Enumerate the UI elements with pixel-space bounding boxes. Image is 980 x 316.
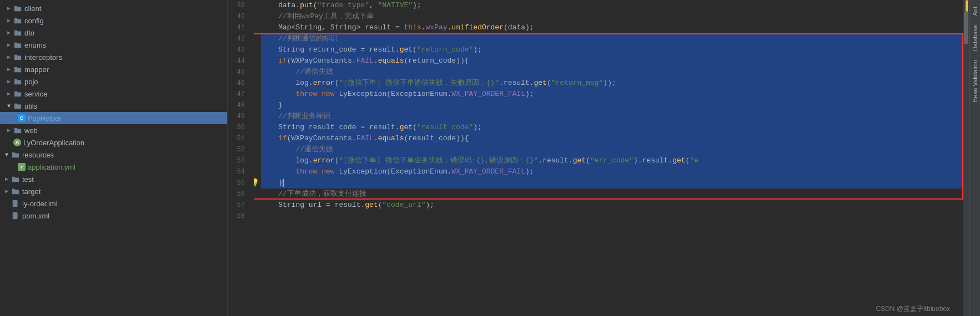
folder-icon [13, 77, 22, 86]
arrow-icon: ▼ [4, 101, 13, 110]
code-line-45: //通信失败 [261, 67, 963, 78]
folder-icon [13, 53, 22, 62]
svg-rect-0 [13, 200, 18, 207]
code-line-46: log.error("[微信下单] 微信下单通信失败，失败原因：{}".resu… [261, 78, 963, 89]
code-line-40: //利用wxPay工具，完成下单 [261, 11, 963, 22]
arrow-icon: ▶ [2, 175, 11, 184]
arrow-icon: ▶ [4, 53, 13, 62]
code-lines[interactable]: data.put("trade_type", "NATIVE"); //利用wx… [254, 0, 963, 316]
sidebar-item-label: mapper [24, 65, 49, 74]
folder-icon [11, 150, 20, 159]
line-numbers: 39 40 41 42 43 44 45 46 47 48 49 50 51 5… [228, 0, 254, 316]
code-line-55: 💡 } [261, 177, 963, 188]
sidebar-item-label: pom.xml [22, 212, 49, 220]
sidebar-item-label: resources [22, 151, 54, 159]
sidebar-item-label: utils [24, 102, 37, 110]
file-icon [11, 199, 20, 208]
code-line-49: //判断业务标识 [261, 111, 963, 122]
tab-bean-validation[interactable]: Bean Validation [971, 55, 979, 106]
file-icon [11, 211, 20, 220]
folder-icon [13, 101, 22, 110]
arrow-icon: ▶ [4, 28, 13, 37]
code-editor: 39 40 41 42 43 44 45 46 47 48 49 50 51 5… [228, 0, 980, 316]
code-line-58 [261, 211, 963, 222]
arrow-icon: ▶ [4, 65, 13, 74]
watermark: CSDN @蓝盒子itbluebox [876, 304, 950, 314]
sidebar-item-web[interactable]: ▶ web [0, 124, 227, 136]
folder-icon [13, 126, 22, 135]
sidebar-item-label: service [24, 90, 47, 98]
sidebar-item-config[interactable]: ▶ config [0, 14, 227, 27]
code-line-50: String result_code = result.get("result_… [261, 122, 963, 133]
code-line-39: data.put("trade_type", "NATIVE"); [261, 0, 963, 11]
arrow-icon: ▶ [4, 4, 13, 13]
arrow-icon: ▶ [4, 126, 13, 135]
tab-database[interactable]: Database [971, 21, 979, 55]
code-line-51: if(WXPayConstants.FAIL.equals(result_cod… [261, 133, 963, 144]
sidebar-item-test[interactable]: ▶ test [0, 173, 227, 185]
app-badge: A [13, 139, 21, 146]
code-area[interactable]: 39 40 41 42 43 44 45 46 47 48 49 50 51 5… [228, 0, 980, 316]
code-line-53: log.error("[微信下单] 微信下单业务失败，错误码:{},错误原因：{… [261, 155, 963, 166]
sidebar-item-label: enums [24, 41, 46, 49]
code-line-57: String url = result.get("code_url"); [261, 200, 963, 211]
code-line-42: //判断通信的标识 [261, 33, 963, 44]
right-tab-panel: Ant Database Bean Validation [969, 0, 980, 316]
sidebar-item-label: application.yml [28, 163, 76, 171]
arrow-icon: ▶ [2, 187, 11, 196]
code-line-52: //通信失败 [261, 144, 963, 155]
tab-ant[interactable]: Ant [971, 2, 979, 21]
folder-icon [13, 28, 22, 37]
sidebar-item-interceptors[interactable]: ▶ interceptors [0, 51, 227, 63]
scrollbar-thumb[interactable] [964, 11, 968, 44]
sidebar-item-label: ly-order.iml [22, 200, 58, 208]
sidebar-item-payhelper[interactable]: C PayHelper [0, 112, 227, 124]
sidebar-item-label: LyOrderApplication [23, 139, 84, 147]
sidebar-item-label: dto [24, 29, 34, 37]
sidebar-item-label: pojo [24, 78, 38, 86]
folder-icon [13, 16, 22, 25]
sidebar-item-label: test [22, 175, 34, 184]
lightbulb-icon: 💡 [254, 177, 259, 188]
sidebar-item-enums[interactable]: ▶ enums [0, 39, 227, 51]
sidebar-item-client[interactable]: ▶ client [0, 2, 227, 14]
class-badge: C [18, 114, 26, 122]
sidebar-item-pom-xml[interactable]: ▶ pom.xml [0, 210, 227, 222]
code-line-48: } [261, 100, 963, 111]
folder-icon [13, 40, 22, 49]
sidebar-item-label: client [24, 4, 41, 13]
scrollbar[interactable] [963, 0, 969, 316]
folder-icon [11, 187, 20, 196]
sidebar-item-label: config [24, 17, 44, 25]
sidebar-item-mapper[interactable]: ▶ mapper [0, 63, 227, 75]
yaml-badge: Y [18, 163, 26, 171]
sidebar-item-pojo[interactable]: ▶ pojo [0, 75, 227, 88]
arrow-icon: ▶ [4, 77, 13, 86]
sidebar-item-label: PayHelper [28, 114, 62, 123]
arrow-icon: ▶ [4, 40, 13, 49]
sidebar-item-ly-order-iml[interactable]: ▶ ly-order.iml [0, 197, 227, 210]
file-tree: ▶ client ▶ config ▶ dto ▶ enums ▶ interc… [0, 0, 228, 316]
sidebar-item-service[interactable]: ▶ service [0, 88, 227, 100]
folder-icon [13, 4, 22, 13]
sidebar-item-target[interactable]: ▶ target [0, 185, 227, 197]
folder-icon [13, 89, 22, 98]
svg-rect-1 [13, 212, 18, 219]
arrow-icon: ▶ [4, 16, 13, 25]
code-line-47: throw new LyException(ExceptionEnum.WX_P… [261, 89, 963, 100]
sidebar-item-label: interceptors [24, 53, 62, 62]
sidebar-item-utils[interactable]: ▼ utils [0, 100, 227, 112]
sidebar-item-application-yml[interactable]: Y application.yml [0, 161, 227, 173]
sidebar-item-resources[interactable]: ▼ resources [0, 149, 227, 161]
arrow-icon: ▼ [2, 150, 11, 159]
code-line-44: if(WXPayConstants.FAIL.equals(return_cod… [261, 55, 963, 67]
code-line-41: Map<String, String> result = this.wxPay.… [261, 22, 963, 33]
folder-icon [13, 65, 22, 74]
sidebar-item-dto[interactable]: ▶ dto [0, 27, 227, 39]
code-line-54: throw new LyException(ExceptionEnum.WX_P… [261, 166, 963, 177]
sidebar-item-lyorderapplication[interactable]: ▶ A LyOrderApplication [0, 136, 227, 149]
arrow-icon: ▶ [4, 89, 13, 98]
code-line-43: String return_code = result.get("return_… [261, 44, 963, 55]
sidebar-item-label: target [22, 187, 41, 196]
code-line-56: //下单成功，获取支付连接 [261, 188, 963, 200]
